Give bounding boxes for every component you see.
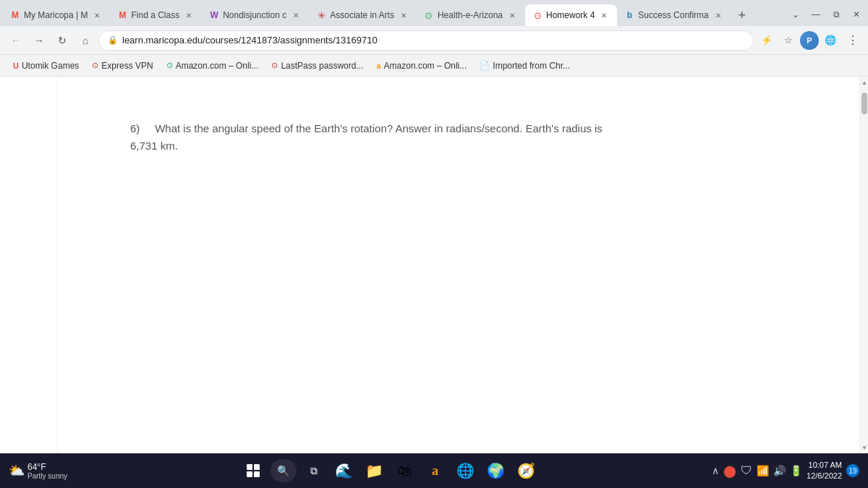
tab-close-homework[interactable]: ✕ xyxy=(598,9,610,21)
tab-title-homework: Homework 4 xyxy=(546,10,595,20)
tab-title-findclass: Find a Class xyxy=(131,10,179,20)
file-explorer-icon[interactable]: 📁 xyxy=(362,458,388,484)
taskbar-right-tray: ∧ ⬤ 🛡 📶 🔊 🔋 10:07 AM 12/6/2022 19 xyxy=(712,460,859,482)
left-sidebar xyxy=(0,77,58,453)
bookmark-label-imported: Imported from Chr... xyxy=(493,61,570,71)
tab-bar-right-controls: ⌄ — ⧉ ✕ xyxy=(787,6,865,26)
address-right-icons: ⚡ ☆ P 🌐 ⋮ xyxy=(757,30,862,51)
weather-info: 64°F Partly sunny xyxy=(27,462,67,480)
tab-success[interactable]: b Success Confirma ✕ xyxy=(617,4,731,26)
bookmark-amazon1[interactable]: ⊙ Amazon.com – Onli... xyxy=(161,59,265,72)
vpn-icon[interactable]: 🛡 xyxy=(741,464,752,477)
volume-icon[interactable]: 🔊 xyxy=(773,465,786,476)
store-icon[interactable]: 🛍 xyxy=(392,458,418,484)
tab-list-button[interactable]: ⌄ xyxy=(787,6,804,23)
tab-close-success[interactable]: ✕ xyxy=(712,9,724,21)
tab-close-health[interactable]: ✕ xyxy=(506,9,518,21)
bookmark-imported[interactable]: 📄 Imported from Chr... xyxy=(474,59,576,72)
wifi-icon[interactable]: 📶 xyxy=(757,465,769,476)
profile-avatar[interactable]: P xyxy=(800,31,819,50)
taskbar-center: 🔍 ⧉ 🌊 📁 🛍 a 🌐 🌍 🧭 xyxy=(73,458,706,484)
tab-close-associate[interactable]: ✕ xyxy=(398,9,409,21)
tab-title-associate: Associate in Arts xyxy=(330,10,394,20)
tab-close-nondis[interactable]: ✕ xyxy=(290,9,302,21)
bookmark-label-lastpass: LastPass password... xyxy=(281,61,363,71)
minimize-button[interactable]: — xyxy=(807,6,825,23)
tab-favicon-homework: ⊙ xyxy=(532,10,542,20)
tab-close-findclass[interactable]: ✕ xyxy=(183,9,195,21)
reload-button[interactable]: ↻ xyxy=(52,30,72,51)
amazon1-icon: ⊙ xyxy=(166,61,173,70)
start-grid-icon xyxy=(247,464,260,477)
bookmark-label-expressvpn: Express VPN xyxy=(101,61,153,71)
scroll-up-arrow[interactable]: ▲ xyxy=(860,77,868,88)
address-bar: ← → ↻ ⌂ 🔒 learn.maricopa.edu/courses/124… xyxy=(0,26,868,55)
close-window-button[interactable]: ✕ xyxy=(848,6,865,23)
tab-favicon-success: b xyxy=(624,10,634,20)
home-button[interactable]: ⌂ xyxy=(75,30,95,51)
tab-title-health: Health-e-Arizona xyxy=(438,10,503,20)
scroll-down-arrow[interactable]: ▼ xyxy=(860,442,868,453)
earth-icon[interactable]: 🌍 xyxy=(483,458,509,484)
weather-desc: Partly sunny xyxy=(27,472,67,480)
tab-title-success: Success Confirma xyxy=(638,10,708,20)
bookmark-lastpass[interactable]: ⊙ LastPass password... xyxy=(265,59,369,72)
bookmark-label-utomik: Utomik Games xyxy=(22,61,79,71)
edge2-icon[interactable]: 🌐 xyxy=(453,458,479,484)
task-view-button[interactable]: ⧉ xyxy=(301,458,327,484)
bookmark-expressvpn[interactable]: ⊙ Express VPN xyxy=(86,59,158,72)
notification-badge[interactable]: 19 xyxy=(846,464,859,477)
question-body-line2: 6,731 km. xyxy=(130,140,178,152)
tab-my-maricopa[interactable]: M My Maricopa | M ✕ xyxy=(3,4,110,26)
bookmark-star-icon[interactable]: ☆ xyxy=(778,30,799,51)
expressvpn-icon: ⊙ xyxy=(92,61,98,70)
main-content-area: 6) What is the angular speed of the Eart… xyxy=(58,77,859,453)
imported-icon: 📄 xyxy=(480,61,490,70)
taskbar-search-button[interactable]: 🔍 xyxy=(271,459,297,482)
start-button[interactable] xyxy=(240,458,266,484)
tab-find-class[interactable]: M Find a Class ✕ xyxy=(110,4,202,26)
bookmarks-bar: U Utomik Games ⊙ Express VPN ⊙ Amazon.co… xyxy=(0,55,868,77)
tray-chevron[interactable]: ∧ xyxy=(712,465,719,476)
taskbar: ⛅ 64°F Partly sunny 🔍 ⧉ 🌊 xyxy=(0,453,868,488)
browser-icon[interactable]: 🌐 xyxy=(820,30,841,51)
bookmark-amazon2[interactable]: a Amazon.com – Onli... xyxy=(370,59,472,72)
tab-health[interactable]: ⊙ Health-e-Arizona ✕ xyxy=(417,4,525,26)
restore-button[interactable]: ⧉ xyxy=(827,6,845,23)
edge-icon[interactable]: 🌊 xyxy=(331,458,357,484)
right-scrollbar[interactable]: ▲ ▼ xyxy=(859,77,868,453)
question-text: 6) What is the angular speed of the Eart… xyxy=(130,120,823,155)
tab-nondisjunction[interactable]: W Nondisjunction c ✕ xyxy=(202,4,309,26)
lastpass-icon: ⊙ xyxy=(271,61,278,70)
scrollbar-thumb[interactable] xyxy=(861,93,867,114)
weather-widget[interactable]: ⛅ 64°F Partly sunny xyxy=(9,462,67,480)
lock-icon: 🔒 xyxy=(108,35,118,45)
scrollbar-track[interactable] xyxy=(860,88,868,442)
tab-favicon-health: ⊙ xyxy=(424,10,434,20)
chrome-menu-button[interactable]: ⋮ xyxy=(842,30,862,51)
antivirus-icon[interactable]: ⬤ xyxy=(723,464,736,478)
back-button[interactable]: ← xyxy=(6,30,26,51)
bookmark-utomik[interactable]: U Utomik Games xyxy=(7,59,85,72)
page-content: 6) What is the angular speed of the Eart… xyxy=(0,77,868,453)
navigation-icon[interactable]: 🧭 xyxy=(514,458,540,484)
browser-window: M My Maricopa | M ✕ M Find a Class ✕ W N… xyxy=(0,0,868,488)
question-number: 6) xyxy=(130,122,140,134)
tab-favicon-maricopa: M xyxy=(10,10,20,20)
clock-date: 12/6/2022 xyxy=(807,471,842,481)
tab-close-maricopa[interactable]: ✕ xyxy=(91,9,103,21)
utomik-icon: U xyxy=(13,61,19,70)
amazon-taskbar-icon[interactable]: a xyxy=(422,458,448,484)
tab-associate[interactable]: ✳ Associate in Arts ✕ xyxy=(309,4,417,26)
forward-button[interactable]: → xyxy=(29,30,49,51)
amazon2-icon: a xyxy=(376,61,380,70)
search-labs-icon[interactable]: ⚡ xyxy=(757,30,777,51)
battery-icon[interactable]: 🔋 xyxy=(790,465,802,476)
tab-favicon-nondis: W xyxy=(209,10,219,20)
new-tab-button[interactable]: + xyxy=(731,4,753,26)
tab-homework[interactable]: ⊙ Homework 4 ✕ xyxy=(525,4,617,26)
question-body-line1: What is the angular speed of the Earth's… xyxy=(155,122,603,134)
url-text: learn.maricopa.edu/courses/1241873/assig… xyxy=(122,35,378,46)
system-clock[interactable]: 10:07 AM 12/6/2022 xyxy=(807,460,842,482)
url-bar[interactable]: 🔒 learn.maricopa.edu/courses/1241873/ass… xyxy=(98,30,754,51)
